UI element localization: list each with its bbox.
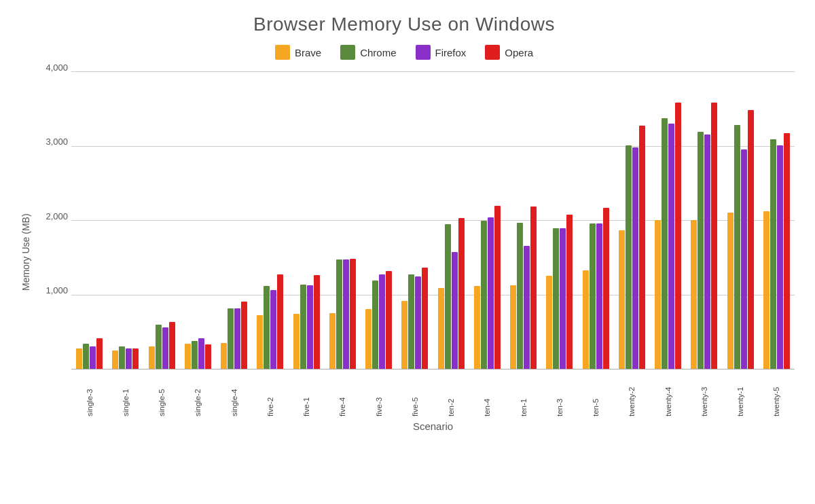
chart-container: Browser Memory Use on Windows Brave Chro…	[0, 0, 815, 504]
x-label-group: five-3	[361, 372, 397, 416]
bar-opera	[603, 208, 609, 370]
legend-label-firefox: Firefox	[435, 47, 467, 58]
x-tick-label: ten-2	[447, 372, 455, 416]
bar-opera	[784, 133, 790, 370]
x-axis-title: Scenario	[71, 420, 795, 432]
bar-opera	[96, 338, 103, 370]
bar-brave	[655, 220, 661, 370]
bar-brave	[185, 344, 191, 370]
opera-swatch	[485, 45, 500, 60]
bar-brave	[112, 350, 118, 370]
x-label-group: twenty-3	[686, 372, 722, 416]
x-tick-label: twenty-5	[772, 372, 780, 416]
x-label-group: five-4	[325, 372, 361, 416]
bar-group	[469, 72, 505, 370]
bar-firefox	[704, 134, 710, 370]
grid-and-bars: 1,0002,0003,0004,000	[34, 72, 795, 370]
x-tick-label: five-2	[266, 372, 274, 416]
bar-group	[289, 72, 325, 370]
x-tick-label: five-5	[411, 372, 419, 416]
y-tick-label: 1,000	[46, 285, 68, 295]
bar-chrome	[553, 228, 559, 370]
x-label-group: ten-5	[578, 372, 614, 416]
bar-opera	[314, 275, 320, 370]
bar-firefox	[379, 274, 385, 370]
x-tick-label: single-5	[158, 372, 166, 416]
legend: Brave Chrome Firefox Opera	[14, 45, 795, 60]
x-tick-label: five-4	[338, 372, 346, 416]
bar-group	[216, 72, 252, 370]
bar-group	[71, 72, 107, 370]
legend-item-brave: Brave	[275, 45, 321, 60]
x-label-group: five-1	[289, 372, 325, 416]
chart-area: Memory Use (MB) 1,0002,0003,0004,000 sin…	[14, 72, 795, 432]
x-label-group: single-1	[107, 372, 143, 416]
x-tick-label: five-3	[375, 372, 383, 416]
bar-chrome	[408, 274, 414, 370]
legend-item-opera: Opera	[485, 45, 533, 60]
bar-group	[252, 72, 288, 370]
x-label-group: ten-2	[433, 372, 469, 416]
bar-firefox	[343, 259, 349, 370]
bar-firefox	[596, 223, 602, 370]
y-axis-label: Memory Use (MB)	[14, 72, 34, 432]
bar-chrome	[662, 118, 668, 370]
x-tick-label: twenty-1	[736, 372, 744, 416]
bar-chrome	[119, 346, 125, 370]
bar-opera	[675, 103, 681, 370]
x-label-group: ten-3	[541, 372, 577, 416]
bar-chrome	[698, 132, 704, 370]
bar-brave	[149, 346, 155, 370]
x-tick-label: twenty-2	[628, 372, 636, 416]
bar-opera	[639, 126, 645, 370]
bar-firefox	[90, 346, 96, 370]
bar-brave	[546, 276, 552, 370]
bar-brave	[293, 314, 300, 370]
bar-firefox	[777, 145, 783, 370]
bar-brave	[401, 301, 408, 370]
x-tick-label: twenty-4	[664, 372, 672, 416]
x-tick-label: single-1	[122, 372, 130, 416]
bar-firefox	[234, 308, 240, 370]
bar-brave	[365, 309, 372, 370]
bar-chrome	[445, 224, 451, 370]
bar-brave	[329, 313, 336, 370]
x-label-group: single-5	[144, 372, 180, 416]
bar-chrome	[372, 281, 378, 370]
bar-firefox	[488, 217, 494, 370]
bar-opera	[711, 103, 717, 370]
bar-group	[180, 72, 216, 370]
x-axis-labels: single-3single-1single-5single-2single-4…	[71, 372, 795, 416]
x-label-group: twenty-4	[650, 372, 686, 416]
bar-opera	[277, 274, 283, 370]
bar-firefox	[126, 348, 132, 370]
chart-inner: 1,0002,0003,0004,000 single-3single-1sin…	[34, 72, 795, 432]
x-label-group: twenty-2	[614, 372, 650, 416]
firefox-swatch	[416, 45, 431, 60]
bar-brave	[727, 213, 734, 370]
x-tick-label: single-2	[194, 372, 202, 416]
bar-chrome	[481, 221, 487, 370]
x-label-group: twenty-5	[759, 372, 795, 416]
bar-brave	[221, 343, 227, 370]
bar-group	[723, 72, 759, 370]
bar-firefox	[415, 276, 421, 370]
bar-brave	[76, 348, 82, 370]
bar-chrome	[264, 286, 270, 370]
bar-chrome	[156, 325, 162, 370]
y-tick-label: 4,000	[46, 62, 68, 72]
bar-group	[325, 72, 361, 370]
y-tick-label: 2,000	[46, 211, 68, 221]
x-tick-label: twenty-3	[700, 372, 708, 416]
bar-group	[686, 72, 722, 370]
bar-group	[759, 72, 795, 370]
x-label-group: single-2	[180, 372, 216, 416]
chart-title: Browser Memory Use on Windows	[14, 14, 795, 35]
bars-area	[71, 72, 795, 370]
legend-label-opera: Opera	[505, 47, 533, 58]
bar-chrome	[228, 308, 234, 370]
x-tick-label: five-1	[302, 372, 310, 416]
bar-group	[505, 72, 541, 370]
bar-chrome	[770, 139, 776, 370]
bar-group	[107, 72, 143, 370]
